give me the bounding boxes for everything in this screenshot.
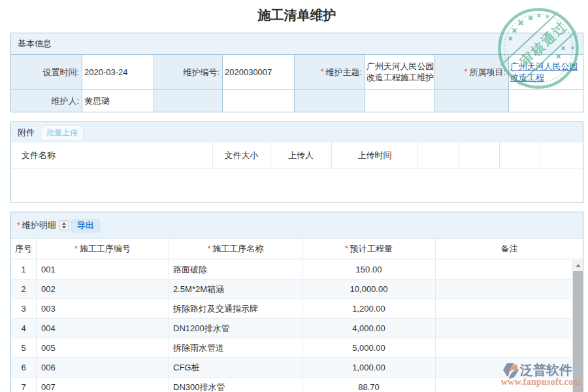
col-empty [500,142,540,169]
table-row[interactable]: 6 006 CFG桩 1,000.00 [11,358,573,378]
detail-title: 维护明细 [22,220,56,231]
col-note: 备注 [436,239,583,259]
cell-name: 拆除路灯及交通指示牌 [169,299,302,318]
maint-no-label: 维护编号: [154,55,222,89]
col-empty [540,142,583,169]
col-empty [418,142,459,169]
cell-name: 拆除雨水管道 [169,338,302,357]
basic-info-title: 基本信息 [18,38,52,50]
table-row[interactable]: 2 002 2.5M*2M箱涵 10,000.00 [11,280,573,299]
table-row[interactable]: 5 005 拆除雨水管道 5,000.00 [11,338,573,358]
project-link[interactable]: 广州天河人民公园改造工程 [510,61,583,83]
detail-section: * 维护明细 导出 序号 *施工工序编号 *施工工序名称 *预计工程量 备注 1… [10,212,583,392]
table-row[interactable]: 1 001 路面破除 150.00 [11,260,573,280]
cell-note [436,260,573,279]
scroll-up-icon [576,264,581,267]
col-seq: 序号 [11,239,37,259]
cell-code: 004 [37,319,169,338]
batch-upload-button[interactable]: 批量上传 [41,125,84,140]
col-empty [459,142,500,169]
empty-value-cell [223,90,294,112]
required-marker: * [74,244,78,253]
cell-seq: 7 [11,378,37,392]
scroll-up-button[interactable] [573,260,583,270]
col-upload-time: 上传时间 [332,142,418,169]
sort-up-icon [62,222,66,225]
cell-qty: 150.00 [302,260,436,279]
cell-code: 001 [37,260,169,279]
cell-qty: 4,000.00 [302,319,436,338]
detail-table-header: 序号 *施工工序编号 *施工工序名称 *预计工程量 备注 [11,239,583,259]
set-time-label: 设置时间: [11,55,82,89]
detail-table-body: 1 001 路面破除 150.00 2 002 2.5M*2M箱涵 10,000… [11,260,573,392]
cell-seq: 6 [11,358,37,377]
col-file-name: 文件名称 [11,142,213,169]
attachments-section: 附件 批量上传 文件名称 文件大小 上传人 上传时间 [10,122,583,203]
cell-code: 007 [37,378,169,392]
maintainer-label: 维护人: [11,90,82,112]
empty-value-cell [365,90,434,112]
cell-name: CFG桩 [169,358,302,377]
required-marker: * [208,244,211,253]
required-marker: * [17,221,20,230]
col-name: *施工工序名称 [169,239,302,259]
required-marker: * [321,67,324,78]
detail-header: * 维护明细 导出 [11,212,583,239]
attachments-table-header: 文件名称 文件大小 上传人 上传时间 [11,142,583,169]
empty-label-cell [154,90,222,112]
col-code: *施工工序编号 [37,239,169,259]
sort-down-icon [62,226,66,229]
cell-qty: 10,000.00 [302,280,436,299]
subject-value: 广州天河人民公园改造工程施工维护 [365,55,434,89]
cell-code: 002 [37,280,169,299]
maint-no-value: 2020030007 [223,55,294,89]
cell-name: DN300排水管 [169,378,302,392]
sort-icon[interactable] [59,220,69,231]
table-row[interactable]: 4 004 DN1200排水管 4,000.00 [11,319,573,338]
cell-note [436,319,573,338]
table-row[interactable]: 3 003 拆除路灯及交通指示牌 1,200.00 [11,299,573,319]
cell-qty: 1,200.00 [302,299,436,318]
basic-info-table: 设置时间: 2020-03-24 维护编号: 2020030007 *维护主题:… [11,55,583,112]
required-marker: * [345,244,348,253]
project-value: 广州天河人民公园改造工程 [509,55,583,89]
cell-note [436,338,573,357]
cell-name: 2.5M*2M箱涵 [169,280,302,299]
vendor-name: 泛普软件 [520,361,572,379]
col-file-size: 文件大小 [213,142,270,169]
project-label: *所属项目: [435,55,508,89]
empty-label-cell [295,90,365,112]
col-uploader: 上传人 [270,142,332,169]
cell-seq: 5 [11,338,37,357]
maintainer-value: 黄思璐 [82,90,154,112]
set-time-value: 2020-03-24 [82,55,154,89]
export-button[interactable]: 导出 [71,219,100,233]
basic-info-header: 基本信息 [11,33,583,55]
cell-seq: 2 [11,280,37,299]
subject-label: *维护主题: [295,55,365,89]
page-title: 施工清单维护 [10,7,583,24]
cell-qty: 88.70 [302,378,436,392]
cell-qty: 5,000.00 [302,338,436,357]
cell-qty: 1,000.00 [302,358,436,377]
table-row[interactable]: 7 007 DN300排水管 88.70 [11,378,573,392]
attachments-header: 附件 批量上传 [11,122,583,142]
cell-note [436,280,573,299]
cell-name: 路面破除 [169,260,302,279]
cell-code: 006 [37,358,169,377]
vendor-watermark: 泛普软件 www.fanpusoft.com [502,361,583,387]
cell-seq: 3 [11,299,37,318]
cell-code: 005 [37,338,169,357]
vendor-logo-icon [502,362,519,379]
col-qty: *预计工程量 [302,239,436,259]
empty-label-cell [435,90,508,112]
required-marker: * [465,67,468,78]
attachments-title: 附件 [18,127,35,139]
cell-note [436,299,573,318]
page: 施工清单维护 基本信息 设置时间: 2020-03-24 维护编号: 20200… [0,0,588,392]
vendor-url: www.fanpusoft.com [498,377,583,387]
basic-info-section: 基本信息 设置时间: 2020-03-24 维护编号: 2020030007 *… [10,33,583,112]
cell-seq: 1 [11,260,37,279]
cell-name: DN1200排水管 [169,319,302,338]
cell-seq: 4 [11,319,37,338]
